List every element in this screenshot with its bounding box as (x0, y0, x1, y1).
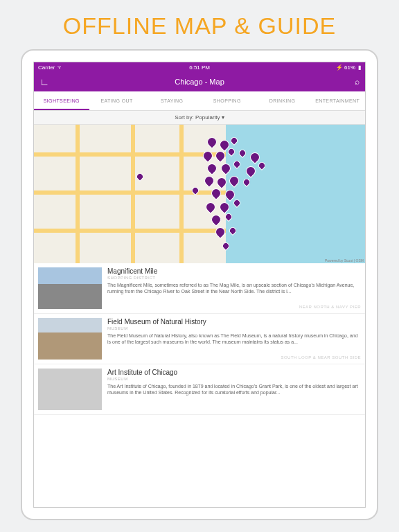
tab-staying[interactable]: STAYING (144, 91, 200, 110)
poi-name: Field Museum of Natural History (107, 318, 361, 326)
poi-category: SHOPPING DISTRICT (107, 276, 361, 280)
map-road (76, 125, 80, 263)
list-item[interactable]: Field Museum of Natural History MUSEUM T… (34, 314, 365, 364)
list-item[interactable]: Magnificent Mile SHOPPING DISTRICT The M… (34, 263, 365, 314)
battery-icon: ▮ (358, 64, 361, 71)
nav-bar: ∟ Chicago - Map ⌕ (34, 72, 365, 91)
tab-eating-out[interactable]: EATING OUT (89, 91, 145, 110)
page-banner: OFFLINE MAP & GUIDE (0, 0, 399, 49)
poi-description: The Art Institute of Chicago, founded in… (107, 383, 361, 396)
category-tabs: SIGHTSEEING EATING OUT STAYING SHOPPING … (34, 91, 365, 111)
tab-entertainment[interactable]: ENTERTAINMENT (310, 91, 365, 110)
poi-description: The Field Museum of Natural History, als… (107, 332, 361, 346)
tab-drinking[interactable]: DRINKING (255, 91, 310, 110)
poi-category: MUSEUM (107, 377, 361, 381)
map-road (131, 125, 135, 263)
poi-name: Magnificent Mile (107, 267, 361, 275)
search-icon[interactable]: ⌕ (355, 77, 360, 87)
poi-area: NEAR NORTH & NAVY PIER (107, 305, 361, 309)
tab-sightseeing[interactable]: SIGHTSEEING (34, 91, 89, 110)
device-screen: Carrier ᯤ 6:51 PM ⚡ 61% ▮ ∟ Chicago - Ma… (33, 62, 366, 508)
status-bar: Carrier ᯤ 6:51 PM ⚡ 61% ▮ (34, 62, 365, 72)
thumbnail (38, 267, 102, 309)
sort-dropdown[interactable]: Sort by: Popularity ▾ (34, 111, 365, 125)
map-pin-icon[interactable] (135, 172, 145, 181)
poi-category: MUSEUM (107, 326, 361, 330)
map-pin-icon[interactable] (209, 213, 223, 227)
map-pin-icon[interactable] (201, 149, 215, 163)
map-pin-icon[interactable] (202, 174, 216, 188)
map-road (34, 152, 226, 157)
tab-shopping[interactable]: SHOPPING (200, 91, 255, 110)
clock: 6:51 PM (189, 64, 210, 71)
map-pin-icon[interactable] (204, 200, 218, 214)
carrier-label: Carrier (38, 64, 55, 71)
map-road (34, 229, 226, 233)
map-pin-icon[interactable] (213, 149, 227, 163)
list-item[interactable]: Art Institute of Chicago MUSEUM The Art … (34, 364, 365, 415)
wifi-icon: ᯤ (57, 64, 63, 71)
map-road (179, 125, 184, 263)
nav-title: Chicago - Map (175, 78, 224, 86)
poi-name: Art Institute of Chicago (107, 369, 361, 376)
map-attribution: Powered by Scout | OSM (325, 258, 364, 263)
map-pin-icon[interactable] (205, 135, 219, 149)
battery-pct: ⚡ 61% (336, 64, 355, 71)
tablet-frame: Carrier ᯤ 6:51 PM ⚡ 61% ▮ ∟ Chicago - Ma… (21, 49, 378, 520)
poi-description: The Magnificent Mile, sometimes referred… (107, 282, 361, 295)
map-water (226, 125, 365, 263)
poi-list: Magnificent Mile SHOPPING DISTRICT The M… (34, 263, 365, 507)
map-pin-icon[interactable] (213, 225, 227, 239)
map-pin-icon[interactable] (205, 161, 219, 175)
thumbnail (38, 318, 102, 360)
map-view[interactable]: Powered by Scout | OSM (34, 125, 365, 263)
thumbnail (38, 369, 102, 410)
back-icon[interactable]: ∟ (39, 76, 49, 87)
poi-area: SOUTH LOOP & NEAR SOUTH SIDE (107, 355, 361, 360)
